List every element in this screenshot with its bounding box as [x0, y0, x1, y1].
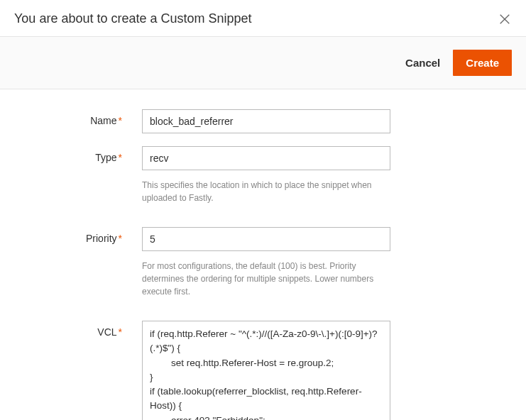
required-indicator: * — [119, 326, 122, 338]
action-toolbar: Cancel Create — [0, 36, 526, 89]
required-indicator: * — [119, 152, 122, 163]
priority-help-text: For most configurations, the default (10… — [142, 260, 390, 298]
name-input[interactable] — [142, 109, 390, 133]
name-label: Name* — [14, 109, 142, 126]
vcl-textarea[interactable] — [142, 321, 390, 420]
type-label: Type* — [14, 146, 142, 163]
type-help-text: This specifies the location in which to … — [142, 179, 390, 204]
modal-title: You are about to create a Custom Snippet — [14, 11, 252, 26]
required-indicator: * — [119, 115, 122, 126]
type-input[interactable] — [142, 146, 390, 170]
vcl-label: VCL* — [14, 321, 142, 338]
create-button[interactable]: Create — [453, 50, 512, 76]
required-indicator: * — [119, 233, 122, 244]
priority-input[interactable] — [142, 227, 390, 251]
cancel-button[interactable]: Cancel — [405, 57, 440, 69]
priority-label: Priority* — [14, 227, 142, 244]
close-icon[interactable] — [498, 12, 512, 26]
